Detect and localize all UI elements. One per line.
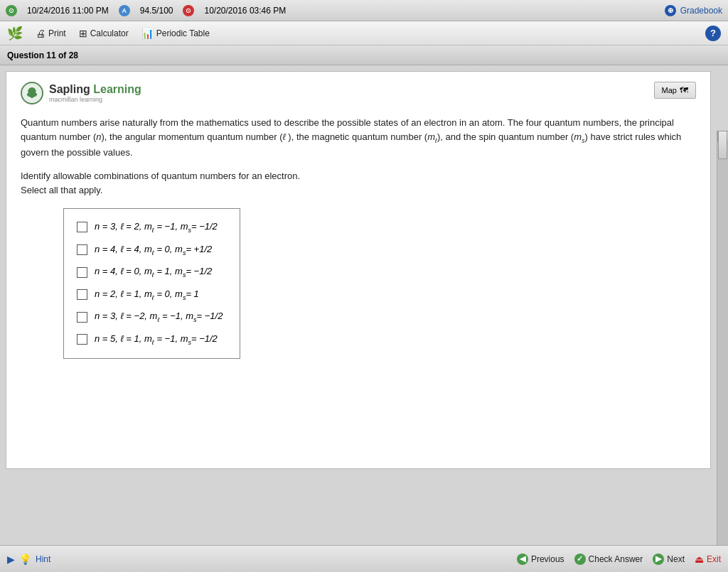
hint-area[interactable]: ▶ 💡 Hint [7,554,50,565]
periodic-table-icon: 📊 [141,28,154,39]
map-label: Map [662,86,677,95]
option-checkbox-2[interactable] [77,244,87,255]
option-row-6: n = 5, ℓ = 1, mℓ = −1, ms= −1/2 [74,328,225,351]
sapling-name: Sapling Learning [49,83,141,96]
option-checkbox-3[interactable] [77,267,87,278]
gradebook-label: Gradebook [680,6,722,16]
exit-icon: ⏏ [695,554,704,565]
calculator-button[interactable]: ⊞ Calculator [79,28,129,39]
question-header: Question 11 of 28 [0,45,728,65]
option-checkbox-1[interactable] [77,222,87,232]
option-label-3: n = 4, ℓ = 0, mℓ = 1, ms= −1/2 [95,266,212,279]
prompt-line1: Identify allowable combinations of quant… [21,171,300,181]
score-icon: A [119,5,130,16]
question-counter: Question 11 of 28 [7,50,78,60]
calculator-label: Calculator [90,28,129,38]
hint-label: Hint [36,554,50,564]
prompt-line2: Select all that apply. [21,185,102,195]
next-icon: ▶ [653,554,664,565]
sapling-word: Sapling [49,83,90,95]
option-checkbox-5[interactable] [77,312,87,323]
sapling-logo-text: Sapling Learning macmillan learning [49,83,141,103]
check-icon: ✓ [574,554,586,565]
navigation-buttons: ◀ Previous ✓ Check Answer ▶ Next ⏏ Exit [517,554,721,565]
sapling-subtitle: macmillan learning [49,96,141,103]
option-checkbox-6[interactable] [77,334,87,345]
option-label-4: n = 2, ℓ = 1, mℓ = 0, ms= 1 [95,288,199,301]
periodic-table-button[interactable]: 📊 Periodic Table [141,28,210,39]
deadline-icon: ⊙ [6,5,17,16]
printer-icon: 🖨 [36,28,46,39]
map-icon: 🗺 [680,85,688,95]
periodic-table-label: Periodic Table [156,28,210,38]
option-row-1: n = 3, ℓ = 2, mℓ = −1, ms= −1/2 [74,216,225,239]
sapling-svg [25,86,39,100]
gradebook-icon: ⊕ [665,5,676,16]
print-label: Print [48,28,66,38]
previous-button[interactable]: ◀ Previous [517,554,564,565]
scrollbar-track: ▲ ▼ [717,131,728,545]
previous-icon: ◀ [517,554,528,565]
option-row-3: n = 4, ℓ = 0, mℓ = 1, ms= −1/2 [74,261,225,284]
help-icon[interactable]: ? [705,26,721,41]
option-label-2: n = 4, ℓ = 4, mℓ = 0, ms= +1/2 [95,244,212,257]
main-content: Sapling Learning macmillan learning Map … [0,65,728,545]
score-value: 94.5/100 [140,6,173,16]
question-text: Quantum numbers arise naturally from the… [21,116,696,159]
question-prompt: Identify allowable combinations of quant… [21,169,696,197]
exit-label: Exit [707,554,721,564]
option-row-2: n = 4, ℓ = 4, mℓ = 0, ms= +1/2 [74,239,225,261]
next-label: Next [667,554,685,564]
previous-label: Previous [531,554,564,564]
option-label-6: n = 5, ℓ = 1, mℓ = −1, ms= −1/2 [95,333,218,346]
print-button[interactable]: 🖨 Print [36,28,66,39]
hint-arrow-icon: ▶ [7,554,15,565]
deadline-date: 10/24/2016 11:00 PM [27,6,109,16]
content-card: Sapling Learning macmillan learning Map … [6,71,711,469]
exit-button[interactable]: ⏏ Exit [695,554,721,565]
check-answer-label: Check Answer [589,554,643,564]
option-label-5: n = 3, ℓ = −2, mℓ = −1, ms= −1/2 [95,311,223,323]
scroll-thumb[interactable] [718,131,727,159]
option-row-4: n = 2, ℓ = 1, mℓ = 0, ms= 1 [74,284,225,306]
sapling-header: Sapling Learning macmillan learning Map … [21,82,696,104]
leaf-icon: 🌿 [7,26,23,41]
next-button[interactable]: ▶ Next [653,554,685,565]
calculator-icon: ⊞ [79,28,87,39]
option-label-1: n = 3, ℓ = 2, mℓ = −1, ms= −1/2 [95,221,218,234]
check-answer-button[interactable]: ✓ Check Answer [574,554,643,565]
hint-bulb-icon: 💡 [19,554,31,565]
sapling-logo-icon [21,82,43,104]
gradebook-link[interactable]: ⊕ Gradebook [665,5,722,16]
submitted-date: 10/20/2016 03:46 PM [204,6,286,16]
option-checkbox-4[interactable] [77,289,87,300]
top-bar: ⊙ 10/24/2016 11:00 PM A 94.5/100 ⊙ 10/20… [0,0,728,21]
options-box: n = 3, ℓ = 2, mℓ = −1, ms= −1/2 n = 4, ℓ… [63,208,240,359]
learning-word: Learning [90,83,141,95]
option-row-5: n = 3, ℓ = −2, mℓ = −1, ms= −1/2 [74,306,225,328]
map-button[interactable]: Map 🗺 [654,82,696,99]
bottom-bar: ▶ 💡 Hint ◀ Previous ✓ Check Answer ▶ Nex… [0,545,728,572]
submitted-icon: ⊙ [183,5,194,16]
toolbar: 🌿 🖨 Print ⊞ Calculator 📊 Periodic Table … [0,21,728,45]
sapling-logo: Sapling Learning macmillan learning [21,82,141,104]
top-bar-left: ⊙ 10/24/2016 11:00 PM A 94.5/100 ⊙ 10/20… [6,5,286,16]
